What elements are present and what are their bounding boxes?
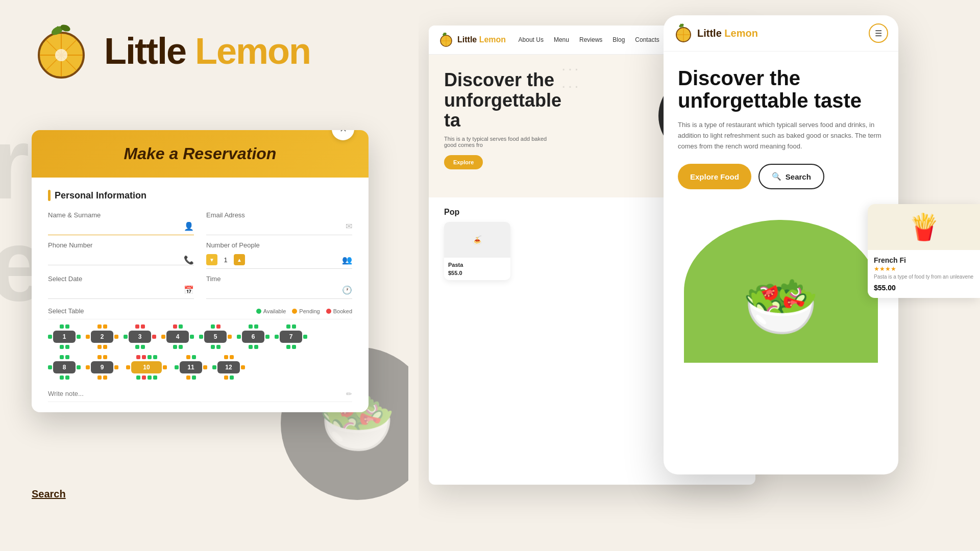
table-11[interactable]: 11: [175, 355, 207, 380]
hamburger-button[interactable]: ☰: [869, 23, 888, 43]
table-9[interactable]: 9: [86, 355, 118, 380]
phone-label: Phone Number: [48, 241, 194, 249]
search-icon: 🔍: [772, 172, 781, 181]
table-7[interactable]: 7: [275, 324, 307, 349]
seat: [141, 324, 145, 329]
desktop-explore-button[interactable]: Explore: [444, 155, 483, 169]
people-field-wrap: Number of People ▼ 1 ▲ 👥: [206, 241, 352, 269]
seat: [103, 324, 107, 329]
nav-menu[interactable]: Menu: [554, 36, 569, 43]
modal-body: Personal Information Name & Surname 👤 Em…: [32, 178, 369, 412]
seat: [153, 355, 157, 359]
name-input[interactable]: [48, 221, 194, 235]
title-bar: [48, 190, 51, 201]
top-seats-1: [60, 324, 69, 329]
french-fries-card: 🍟 French Fi ★★★★ Pasta is a type of food…: [868, 204, 980, 298]
table-body-9: 9: [91, 361, 113, 373]
seat: [230, 375, 234, 380]
email-input[interactable]: [206, 221, 352, 235]
seat: [103, 345, 107, 349]
seat: [173, 324, 177, 329]
seat: [254, 324, 258, 329]
phone-input[interactable]: [48, 251, 194, 265]
table-10[interactable]: 10: [124, 355, 169, 380]
mobile-nav: Little Lemon ☰: [664, 15, 898, 52]
mobile-explore-button[interactable]: Explore Food: [678, 164, 751, 189]
seat: [211, 324, 215, 329]
mobile-hero: Discover the unforgettable taste This is…: [664, 52, 898, 199]
seat: [60, 355, 64, 359]
desktop-nav-logo: Little Lemon: [439, 33, 506, 47]
date-input[interactable]: [48, 285, 194, 299]
pending-dot: [292, 309, 297, 314]
name-field: Name & Surname 👤: [48, 211, 194, 235]
decrease-people-button[interactable]: ▼: [206, 254, 217, 265]
seat: [65, 355, 69, 359]
seat: [186, 355, 190, 359]
mobile-logo-icon: [674, 23, 693, 43]
seat: [216, 324, 220, 329]
table-2[interactable]: 2: [86, 324, 118, 349]
seat: [103, 355, 107, 359]
seat: [77, 335, 81, 339]
seat: [114, 365, 118, 369]
nav-reviews[interactable]: Reviews: [579, 36, 602, 43]
seat: [86, 335, 90, 339]
seat: [254, 345, 258, 349]
legend: Available Pending Booked: [256, 308, 352, 314]
logo-icon: [31, 20, 92, 82]
seat: [192, 375, 196, 380]
seat: [190, 335, 194, 339]
table-4[interactable]: 4: [161, 324, 194, 349]
table-6[interactable]: 6: [237, 324, 270, 349]
table-5[interactable]: 5: [199, 324, 232, 349]
table-1[interactable]: 1: [48, 324, 81, 349]
table-body-1: 1: [53, 331, 76, 343]
nav-about[interactable]: About Us: [519, 36, 544, 43]
email-icon: ✉: [346, 221, 352, 231]
logo-text: Little Lemon: [104, 30, 310, 72]
modal-title: Make a Reservation: [52, 144, 348, 163]
select-table-header: Select Table Available Pending Booked: [48, 307, 352, 315]
select-table-section: Select Table Available Pending Booked: [48, 307, 352, 380]
french-fries-title: French Fi: [874, 256, 974, 264]
seat: [135, 324, 139, 329]
personal-info-label: Personal Information: [55, 190, 146, 201]
table-12[interactable]: 12: [212, 355, 245, 380]
table-body-12: 12: [217, 361, 240, 373]
form-grid: Name & Surname 👤 Email Adress ✉ Phone Nu…: [48, 211, 352, 299]
seat: [97, 345, 102, 349]
mobile-logo-text: Little Lemon: [697, 28, 758, 39]
logo-area: Little Lemon: [0, 0, 419, 102]
seat: [114, 335, 118, 339]
desktop-nav-logo-text: Little Lemon: [457, 35, 506, 44]
bottom-search-link[interactable]: Search: [32, 488, 66, 500]
seat: [275, 335, 279, 339]
time-input[interactable]: [206, 285, 352, 299]
nav-blog[interactable]: Blog: [612, 36, 625, 43]
seat: [148, 375, 152, 380]
table-8[interactable]: 8: [48, 355, 81, 380]
seat: [249, 324, 253, 329]
section-title: Personal Information: [48, 190, 352, 201]
seat: [203, 365, 207, 369]
seat: [97, 375, 102, 380]
mobile-search-button[interactable]: 🔍 Search: [758, 164, 824, 189]
desktop-nav-links: About Us Menu Reviews Blog Contacts: [519, 36, 659, 43]
seat: [211, 345, 215, 349]
modal-header: Make a Reservation: [32, 130, 369, 178]
seat: [224, 375, 228, 380]
increase-people-button[interactable]: ▲: [234, 254, 245, 265]
table-body-11: 11: [180, 361, 202, 373]
seat: [60, 375, 64, 380]
desktop-hero-desc: This is a ty typical serves food add bak…: [444, 136, 556, 148]
seat: [65, 345, 69, 349]
note-input[interactable]: [48, 386, 352, 402]
french-fries-desc: Pasta is a type of food ty from an unlea…: [874, 273, 974, 281]
seat: [237, 335, 241, 339]
email-label: Email Adress: [206, 211, 352, 219]
nav-contacts[interactable]: Contacts: [635, 36, 659, 43]
table-3[interactable]: 3: [124, 324, 156, 349]
french-fries-price: $55.00: [874, 284, 974, 292]
mobile-hero-title: Discover the unforgettable taste: [678, 67, 884, 112]
